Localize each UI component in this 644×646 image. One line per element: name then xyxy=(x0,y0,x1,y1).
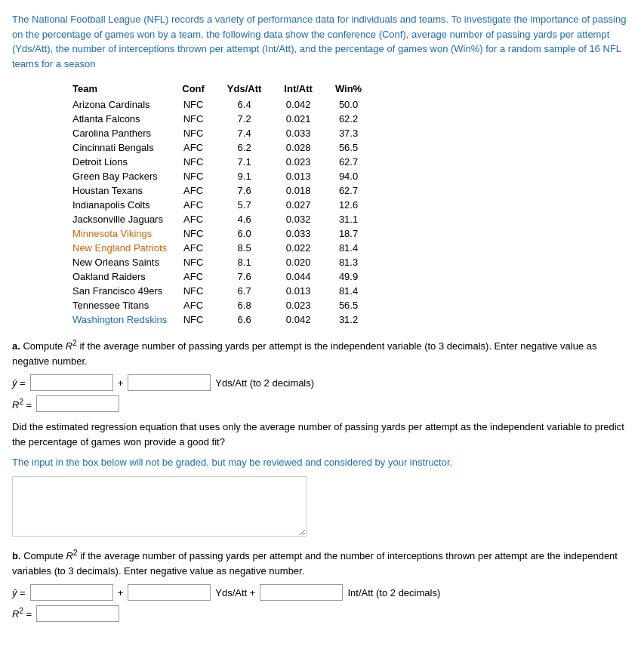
conf-cell: AFC xyxy=(182,140,227,155)
yhat-input3-b[interactable] xyxy=(260,584,343,601)
win-cell: 56.5 xyxy=(335,140,384,155)
table-row: Carolina PanthersNFC7.40.03337.3 xyxy=(72,126,384,140)
conf-cell: AFC xyxy=(182,269,227,284)
table-row: Minnesota VikingsNFC6.00.03318.7 xyxy=(72,226,384,241)
win-cell: 50.0 xyxy=(335,97,384,112)
yds-cell: 7.6 xyxy=(227,183,285,198)
int-cell: 0.027 xyxy=(284,198,335,212)
team-cell: Cincinnati Bengals xyxy=(72,140,182,155)
plus-sign-a: + xyxy=(118,377,124,389)
conf-cell: NFC xyxy=(182,112,227,126)
win-cell: 12.6 xyxy=(335,198,384,212)
yds-cell: 7.6 xyxy=(227,269,285,284)
conf-cell: NFC xyxy=(182,97,227,112)
team-cell: Tennessee Titans xyxy=(72,298,182,312)
part-a-label: a. Compute R2 if the average number of p… xyxy=(12,337,632,368)
col-header-int: Int/Att xyxy=(284,82,335,97)
r2-input-a[interactable] xyxy=(36,395,119,412)
table-row: Atlanta FalconsNFC7.20.02162.2 xyxy=(72,112,384,126)
win-cell: 81.4 xyxy=(335,284,384,298)
table-row: Arizona CardinalsNFC6.40.04250.0 xyxy=(72,97,384,112)
int-cell: 0.013 xyxy=(284,169,335,183)
part-a-question: Did the estimated regression equation th… xyxy=(12,420,632,449)
yds-att-label-b: Yds/Att + xyxy=(215,587,255,598)
yhat-input2-b[interactable] xyxy=(128,584,211,601)
team-cell: Carolina Panthers xyxy=(72,126,182,140)
team-cell: Green Bay Packers xyxy=(72,169,182,183)
win-cell: 18.7 xyxy=(335,226,384,241)
int-cell: 0.021 xyxy=(284,112,335,126)
yhat-label-a: ŷ = xyxy=(12,377,26,389)
win-cell: 37.3 xyxy=(335,126,384,140)
win-cell: 31.2 xyxy=(335,312,384,327)
table-row: New Orleans SaintsNFC8.10.02081.3 xyxy=(72,255,384,269)
r2-input-b[interactable] xyxy=(36,605,119,622)
int-cell: 0.023 xyxy=(284,155,335,169)
yds-cell: 7.1 xyxy=(227,155,285,169)
conf-cell: AFC xyxy=(182,298,227,312)
table-row: Detroit LionsNFC7.10.02362.7 xyxy=(72,155,384,169)
win-cell: 49.9 xyxy=(335,269,384,284)
conf-cell: NFC xyxy=(182,226,227,241)
conf-cell: NFC xyxy=(182,312,227,327)
team-cell: New Orleans Saints xyxy=(72,255,182,269)
conf-cell: NFC xyxy=(182,255,227,269)
win-cell: 81.4 xyxy=(335,241,384,255)
table-row: San Francisco 49ersNFC6.70.01381.4 xyxy=(72,284,384,298)
part-b-section: b. Compute R2 if the average number of p… xyxy=(12,547,632,622)
yds-cell: 7.2 xyxy=(227,112,285,126)
int-cell: 0.033 xyxy=(284,226,335,241)
yds-att-label-a: Yds/Att (to 2 decimals) xyxy=(215,377,314,389)
yds-cell: 8.5 xyxy=(227,241,285,255)
yds-cell: 7.4 xyxy=(227,126,285,140)
yds-cell: 6.7 xyxy=(227,284,285,298)
yhat-input1-a[interactable] xyxy=(30,374,113,391)
conf-cell: AFC xyxy=(182,212,227,226)
yhat-label-b: ŷ = xyxy=(12,587,26,598)
int-att-label-b: Int/Att (to 2 decimals) xyxy=(347,587,440,598)
conf-cell: AFC xyxy=(182,183,227,198)
win-cell: 81.3 xyxy=(335,255,384,269)
yhat-input2-a[interactable] xyxy=(128,374,211,391)
win-cell: 56.5 xyxy=(335,298,384,312)
int-cell: 0.020 xyxy=(284,255,335,269)
int-cell: 0.018 xyxy=(284,183,335,198)
yds-cell: 8.1 xyxy=(227,255,285,269)
team-cell: New England Patriots xyxy=(72,241,182,255)
int-cell: 0.022 xyxy=(284,241,335,255)
yds-cell: 4.6 xyxy=(227,212,285,226)
table-row: Washington RedskinsNFC6.60.04231.2 xyxy=(72,312,384,327)
yhat-equation-a: ŷ = + Yds/Att (to 2 decimals) xyxy=(12,374,632,391)
r2-row-b: R2 = xyxy=(12,605,632,622)
conf-cell: AFC xyxy=(182,241,227,255)
int-cell: 0.044 xyxy=(284,269,335,284)
part-a-section: a. Compute R2 if the average number of p… xyxy=(12,337,632,412)
table-row: Oakland RaidersAFC7.60.04449.9 xyxy=(72,269,384,284)
team-cell: Oakland Raiders xyxy=(72,269,182,284)
conf-cell: NFC xyxy=(182,155,227,169)
int-cell: 0.042 xyxy=(284,312,335,327)
table-row: Tennessee TitansAFC6.80.02356.5 xyxy=(72,298,384,312)
free-response-textarea[interactable] xyxy=(12,476,307,537)
yds-cell: 6.4 xyxy=(227,97,285,112)
data-table: Team Conf Yds/Att Int/Att Win% Arizona C… xyxy=(72,82,384,327)
table-row: Houstan TexansAFC7.60.01862.7 xyxy=(72,183,384,198)
yds-cell: 6.2 xyxy=(227,140,285,155)
int-cell: 0.032 xyxy=(284,212,335,226)
team-cell: Detroit Lions xyxy=(72,155,182,169)
yhat-input1-b[interactable] xyxy=(30,584,113,601)
yds-cell: 5.7 xyxy=(227,198,285,212)
win-cell: 62.7 xyxy=(335,155,384,169)
team-cell: Indianapolis Colts xyxy=(72,198,182,212)
team-cell: Arizona Cardinals xyxy=(72,97,182,112)
conf-cell: NFC xyxy=(182,126,227,140)
table-row: Indianapolis ColtsAFC5.70.02712.6 xyxy=(72,198,384,212)
table-row: Jacksonville JaguarsAFC4.60.03231.1 xyxy=(72,212,384,226)
yds-cell: 6.6 xyxy=(227,312,285,327)
win-cell: 62.2 xyxy=(335,112,384,126)
int-cell: 0.042 xyxy=(284,97,335,112)
col-header-team: Team xyxy=(72,82,182,97)
team-cell: Jacksonville Jaguars xyxy=(72,212,182,226)
r2-label-a: R2 = xyxy=(12,398,32,411)
conf-cell: NFC xyxy=(182,284,227,298)
